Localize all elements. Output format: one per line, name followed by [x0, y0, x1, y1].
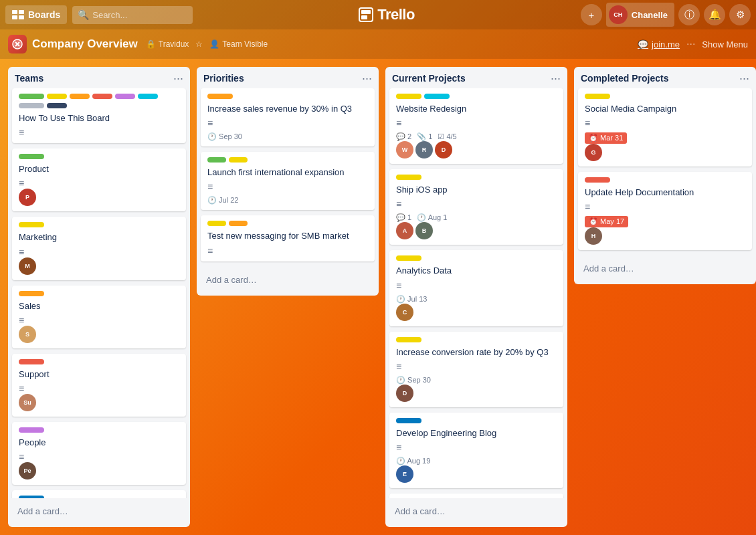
card-label: [47, 103, 67, 108]
card-conversion-rate[interactable]: Increase conversion rate by 20% by Q3≡🕐 …: [389, 332, 563, 407]
card-label: [19, 427, 44, 433]
card-meta-analytics-data: 🕐 Jul 13: [396, 295, 557, 304]
card-label: [19, 94, 44, 99]
card-lines-icon: ≡: [585, 201, 745, 212]
add-card-button-current-projects[interactable]: Add a card…: [389, 502, 563, 520]
card-labels2-how-to-use: [19, 103, 179, 108]
list-title-completed-projects: Completed Projects: [581, 73, 668, 84]
card-how-to-use[interactable]: How To Use This Board≡: [12, 88, 186, 143]
user-avatar: CH: [609, 5, 628, 24]
card-lines-icon: ≡: [396, 442, 557, 453]
card-title-ship-ios: Ship iOS app: [396, 184, 557, 196]
board-title: Company Overview: [32, 37, 138, 51]
star-icon[interactable]: ☆: [195, 39, 203, 49]
notifications-button[interactable]: 🔔: [704, 4, 725, 25]
card-label: [229, 221, 248, 226]
card-title-smb-market: Test new messaging for SMB market: [207, 230, 368, 242]
list-footer-current-projects: Add a card…: [385, 498, 567, 527]
card-lines-icon: ≡: [19, 127, 179, 138]
card-lines-icon: ≡: [19, 247, 179, 257]
card-help-docs[interactable]: Update Help Documentation≡⏰ May 17H: [578, 172, 752, 250]
card-sales-revenue[interactable]: Increase sales revenue by 30% in Q3≡🕐 Se…: [201, 88, 375, 146]
list-menu-button-teams[interactable]: ···: [173, 72, 183, 84]
card-label: [138, 94, 158, 99]
card-brand-guidelines[interactable]: Brand Guidelines≡🕐 Jul 18F: [389, 494, 563, 498]
card-meta-help-docs: ⏰ May 17: [585, 216, 745, 227]
card-meta-conversion-rate: 🕐 Sep 30: [396, 376, 557, 385]
list-title-current-projects: Current Projects: [392, 73, 466, 84]
card-product[interactable]: Product≡P: [12, 148, 186, 211]
card-label: [396, 94, 421, 99]
board-meta: 🔒 Travidux ☆ 👤 Team Visible: [146, 39, 268, 49]
card-label: [207, 221, 226, 226]
card-support[interactable]: Support≡Su: [12, 354, 186, 417]
list-cards-current-projects: Website Redesign≡💬 2📎 1☑ 4/5WRDShip iOS …: [385, 88, 567, 498]
card-it[interactable]: IT≡IT: [12, 490, 186, 498]
list-menu-button-current-projects[interactable]: ···: [551, 72, 561, 84]
chat-icon: 💬: [638, 39, 648, 49]
lock-icon: 🔒: [146, 39, 156, 49]
board-header-right: 💬 join.me ··· Show Menu: [638, 38, 748, 50]
card-ship-ios[interactable]: Ship iOS app≡💬 1🕐 Aug 1AB: [389, 169, 563, 245]
card-avatars-support: Su: [19, 394, 179, 411]
card-title-sales-revenue: Increase sales revenue by 30% in Q3: [207, 103, 368, 115]
card-label: [207, 157, 226, 163]
card-label: [115, 94, 135, 99]
list-menu-button-completed-projects[interactable]: ···: [739, 72, 749, 84]
list-cards-completed-projects: Social Media Campaign≡⏰ Mar 31GUpdate He…: [574, 88, 756, 255]
search-input[interactable]: [72, 6, 193, 24]
card-avatars-sales: S: [19, 326, 179, 343]
card-website-redesign[interactable]: Website Redesign≡💬 2📎 1☑ 4/5WRD: [389, 88, 563, 164]
add-button[interactable]: +: [581, 4, 602, 25]
list-title-teams: Teams: [15, 73, 43, 84]
card-label: [229, 157, 248, 163]
card-label: [396, 418, 421, 423]
add-card-button-priorities[interactable]: Add a card…: [201, 271, 375, 289]
card-sales[interactable]: Sales≡S: [12, 286, 186, 348]
card-labels-sales: [19, 291, 179, 296]
card-title-product: Product: [19, 163, 179, 175]
settings-button[interactable]: ⚙: [729, 4, 751, 25]
join-me-button[interactable]: 💬 join.me: [638, 39, 680, 49]
card-member-avatar: C: [396, 304, 413, 321]
card-labels-international: [207, 157, 368, 163]
card-marketing[interactable]: Marketing≡M: [12, 217, 186, 280]
list-menu-button-priorities[interactable]: ···: [362, 72, 372, 84]
list-cards-teams: How To Use This Board≡Product≡PMarketing…: [8, 88, 190, 498]
card-title-people: People: [19, 437, 179, 449]
user-menu-button[interactable]: CH Chanelle: [606, 3, 674, 27]
list-footer-teams: Add a card…: [8, 498, 190, 527]
card-avatars-marketing: M: [19, 257, 179, 275]
boards-button[interactable]: Boards: [5, 5, 67, 24]
board-header: Company Overview 🔒 Travidux ☆ 👤 Team Vis…: [0, 29, 756, 59]
card-label: [19, 103, 44, 108]
card-member-avatar: W: [396, 141, 413, 158]
card-lines-icon: ≡: [207, 118, 368, 128]
list-header-completed-projects: Completed Projects···: [574, 67, 756, 88]
card-member-avatar: Su: [19, 394, 36, 411]
card-smb-market[interactable]: Test new messaging for SMB market≡: [201, 215, 375, 261]
card-people[interactable]: People≡Pe: [12, 422, 186, 485]
card-member-avatar: E: [396, 465, 413, 483]
card-avatars-analytics-data: C: [396, 304, 557, 321]
user-name: Chanelle: [632, 10, 668, 20]
list-teams: Teams···How To Use This Board≡Product≡PM…: [8, 67, 190, 527]
show-menu-button[interactable]: Show Menu: [702, 39, 748, 49]
card-label: [207, 94, 233, 99]
card-labels-people: [19, 427, 179, 433]
list-header-current-projects: Current Projects···: [385, 67, 567, 88]
card-social-media[interactable]: Social Media Campaign≡⏰ Mar 31G: [578, 88, 752, 167]
add-card-button-completed-projects[interactable]: Add a card…: [578, 259, 752, 278]
card-labels-how-to-use: [19, 94, 179, 99]
card-engineering-blog[interactable]: Develop Engineering Blog≡🕐 Aug 19E: [389, 413, 563, 488]
card-labels-help-docs: [585, 177, 745, 183]
info-button[interactable]: ⓘ: [678, 4, 700, 25]
trello-logo-icon: [359, 7, 373, 22]
card-title-engineering-blog: Develop Engineering Blog: [396, 427, 557, 439]
board-logo: [8, 35, 27, 54]
card-title-conversion-rate: Increase conversion rate by 20% by Q3: [396, 346, 557, 358]
add-card-button-teams[interactable]: Add a card…: [12, 502, 186, 520]
list-footer-completed-projects: Add a card…: [574, 255, 756, 284]
card-international[interactable]: Launch first international expansion≡🕐 J…: [201, 152, 375, 210]
card-analytics-data[interactable]: Analytics Data≡🕐 Jul 13C: [389, 250, 563, 326]
